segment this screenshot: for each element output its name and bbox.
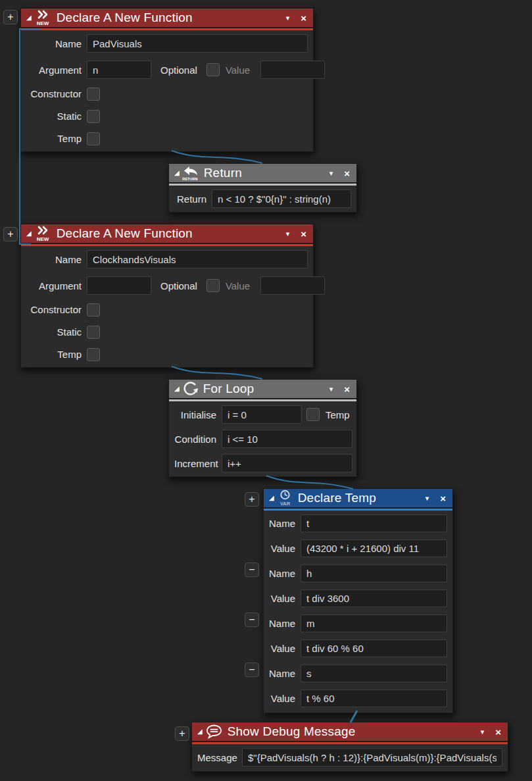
node-declare-function-2[interactable]: ◢ NEW Declare A New Function ▾ × Name A [20,224,314,368]
temp-label: Temp [26,349,82,360]
node-title: Declare Temp [298,491,376,505]
remove-variable-button-3[interactable]: − [245,663,259,677]
menu-caret-icon[interactable]: ▾ [481,728,485,736]
variable-value-input[interactable] [301,540,447,557]
svg-text:NEW: NEW [36,20,49,26]
temp-checkbox[interactable] [306,408,320,421]
temp-checkbox[interactable] [87,348,100,361]
static-row: Static [26,109,308,123]
argument-input[interactable] [87,61,151,79]
close-icon[interactable]: × [301,229,306,239]
remove-variable-button-1[interactable]: − [245,563,259,577]
add-node-button-2[interactable]: + [3,227,18,241]
variable-name-input[interactable] [301,665,447,682]
node-header[interactable]: ◢ RETURN Return ▾ × [169,164,356,182]
node-return[interactable]: ◢ RETURN Return ▾ × Return [168,163,357,213]
node-header[interactable]: ◢ Show Debug Message ▾ × [192,722,508,741]
initialise-input[interactable] [222,405,302,424]
collapse-icon[interactable]: ◢ [26,14,32,21]
node-header[interactable]: ◢ For Loop ▾ × [169,380,356,398]
connection-func1-return [172,151,262,163]
message-input[interactable] [242,748,502,767]
svg-text:RETURN: RETURN [182,176,197,180]
optional-checkbox[interactable] [206,63,220,76]
menu-caret-icon[interactable]: ▾ [329,386,333,393]
add-variable-button[interactable]: + [245,492,259,507]
name-label: Name [269,568,295,579]
argument-row: Argument Optional Value [26,276,308,295]
condition-input[interactable] [222,430,352,448]
node-title: For Loop [203,382,254,396]
collapse-icon[interactable]: ◢ [26,230,32,237]
node-title: Declare A New Function [57,11,193,25]
node-header[interactable]: ◢ NEW Declare A New Function ▾ × [21,9,313,27]
variable-name-row: Name [269,515,447,532]
node-header[interactable]: ◢ VAR Declare Temp ▾ × [264,489,452,507]
menu-caret-icon[interactable]: ▾ [329,170,333,177]
close-icon[interactable]: × [301,13,306,23]
collapse-icon[interactable]: ◢ [197,728,203,735]
static-row: Static [26,325,308,339]
variable-name-row: Name [269,665,447,682]
value-input[interactable] [260,276,325,295]
variable-value-input[interactable] [301,590,447,607]
argument-row: Argument Optional Value [26,61,308,79]
increment-row: Increment [174,454,351,472]
value-input[interactable] [260,61,325,79]
increment-input[interactable] [222,454,352,472]
constructor-checkbox[interactable] [87,303,100,316]
collapse-icon[interactable]: ◢ [269,495,274,501]
variable-name-row: Name [269,615,447,632]
temp-checkbox[interactable] [87,132,100,145]
variable-value-row: Value [269,540,447,557]
node-header[interactable]: ◢ NEW Declare A New Function ▾ × [21,224,313,243]
name-label: Name [269,618,295,629]
return-icon: RETURN [182,165,199,182]
menu-caret-icon[interactable]: ▾ [425,495,429,502]
node-show-debug-message[interactable]: ◢ Show Debug Message ▾ × Message [191,722,508,772]
name-label: Name [26,38,82,49]
node-declare-temp[interactable]: ◢ VAR Declare Temp ▾ × Name Value [263,488,453,713]
close-icon[interactable]: × [440,493,446,503]
argument-input[interactable] [87,276,151,295]
close-icon[interactable]: × [495,727,501,737]
add-node-button-1[interactable]: + [3,10,18,24]
name-input[interactable] [87,250,308,268]
name-input[interactable] [87,34,308,53]
variable-name-input[interactable] [301,615,447,632]
node-declare-function-1[interactable]: ◢ NEW Declare A New Function ▾ × Name A [20,8,314,152]
collapse-icon[interactable]: ◢ [174,170,180,176]
name-row: Name [26,34,308,53]
condition-label: Condition [174,434,216,445]
initialise-label: Initialise [174,409,216,420]
new-function-icon: NEW [34,10,52,26]
node-title: Show Debug Message [228,724,356,739]
variable-value-row: Value [269,640,447,657]
close-icon[interactable]: × [344,168,350,178]
static-checkbox[interactable] [87,326,100,339]
message-row: Message [197,748,502,767]
value-label: Value [226,280,250,291]
variable-value-input[interactable] [301,690,447,707]
variable-value-input[interactable] [301,640,447,657]
add-node-button-3[interactable]: + [175,726,189,741]
close-icon[interactable]: × [344,384,350,394]
static-checkbox[interactable] [87,110,100,123]
constructor-row: Constructor [26,303,308,316]
variable-name-input[interactable] [301,565,447,582]
menu-caret-icon[interactable]: ▾ [286,14,290,22]
node-for-loop[interactable]: ◢ For Loop ▾ × Initialise Temp C [168,379,357,477]
remove-variable-button-2[interactable]: − [245,613,259,627]
node-title: Return [204,166,242,180]
constructor-row: Constructor [26,87,308,101]
optional-label: Optional [160,280,197,291]
collapse-icon[interactable]: ◢ [174,386,180,392]
constructor-checkbox[interactable] [87,88,100,101]
menu-caret-icon[interactable]: ▾ [286,230,290,238]
connection-forloop-declaretemp [266,476,353,489]
variable-name-input[interactable] [301,515,447,532]
temp-label: Temp [26,133,82,144]
condition-row: Condition [174,430,351,448]
return-expression-input[interactable] [212,189,351,208]
optional-checkbox[interactable] [206,279,220,292]
